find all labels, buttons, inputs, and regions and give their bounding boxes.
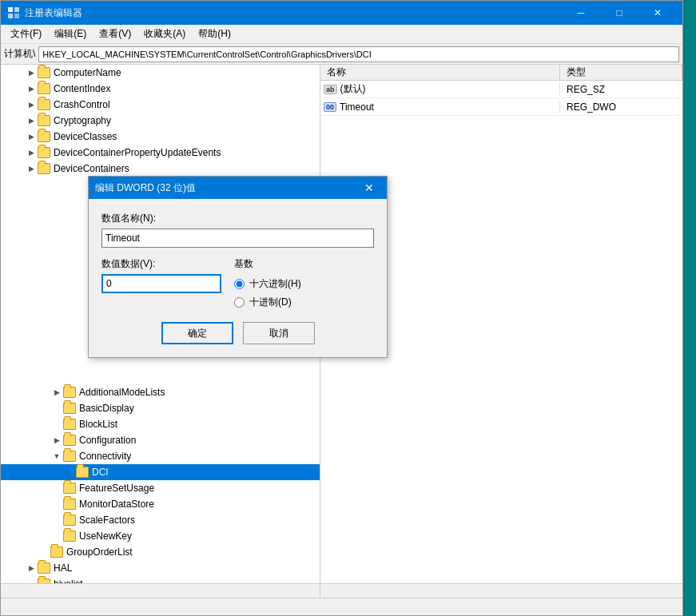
- dialog-overlay: 编辑 DWORD (32 位)值 ✕ 数值名称(N): 数值数据(V): 基数: [0, 0, 696, 616]
- dialog-data-input[interactable]: [101, 274, 221, 293]
- dialog-data-label: 数值数据(V):: [101, 257, 221, 271]
- dialog-close-button[interactable]: ✕: [358, 177, 380, 199]
- dialog-value-group: 数值数据(V):: [101, 257, 221, 309]
- radio-dec-label: 十进制(D): [249, 296, 292, 309]
- dialog-buttons: 确定 取消: [101, 322, 374, 344]
- dword-edit-dialog: 编辑 DWORD (32 位)值 ✕ 数值名称(N): 数值数据(V): 基数: [88, 176, 388, 358]
- dialog-body: 数值名称(N): 数值数据(V): 基数 十六进制(H): [89, 199, 387, 357]
- dialog-title-bar: 编辑 DWORD (32 位)值 ✕: [89, 177, 387, 199]
- dialog-name-label: 数值名称(N):: [101, 212, 374, 225]
- radio-hex-label: 十六进制(H): [249, 277, 301, 291]
- dialog-radix-label: 基数: [234, 257, 301, 271]
- dialog-title: 编辑 DWORD (32 位)值: [95, 181, 358, 195]
- radio-dec-input[interactable]: [234, 297, 245, 308]
- dialog-name-input[interactable]: [101, 229, 374, 248]
- radio-hex[interactable]: 十六进制(H): [234, 277, 301, 291]
- dialog-radix-group: 基数 十六进制(H) 十进制(D): [234, 257, 301, 309]
- dialog-cancel-button[interactable]: 取消: [243, 322, 315, 344]
- radio-hex-input[interactable]: [234, 279, 245, 289]
- dialog-ok-button[interactable]: 确定: [161, 322, 233, 344]
- dialog-value-row: 数值数据(V): 基数 十六进制(H) 十进制(D): [101, 257, 374, 309]
- radio-dec[interactable]: 十进制(D): [234, 296, 301, 309]
